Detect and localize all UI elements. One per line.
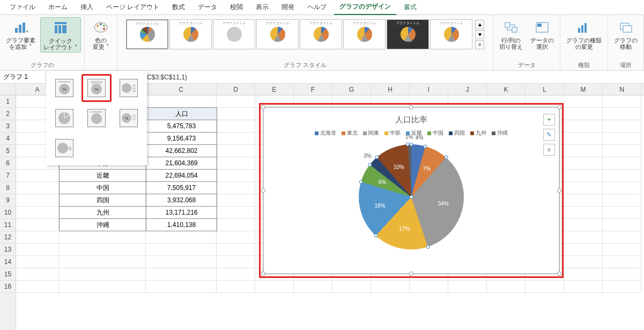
data-label[interactable]: 10% <box>394 164 404 170</box>
chart-style-gallery[interactable]: グラフ タイトル グラフ タイトル グラフ タイトル グラフ タイトル グラフ … <box>125 17 485 52</box>
col-header[interactable]: M <box>564 84 603 95</box>
cell-pop[interactable]: 22,694,054 <box>146 170 217 182</box>
data-label[interactable]: 34% <box>438 201 449 207</box>
tab-data[interactable]: データ <box>193 0 223 14</box>
row-header[interactable]: 14 <box>0 256 16 268</box>
chart-style-3[interactable]: グラフ タイトル <box>213 19 255 49</box>
resize-handle[interactable] <box>409 105 413 109</box>
tab-insert[interactable]: 挿入 <box>75 0 99 14</box>
chart-style-5[interactable]: グラフ タイトル <box>300 19 342 49</box>
resize-handle[interactable] <box>557 188 561 193</box>
row-header[interactable]: 6 <box>0 157 16 170</box>
resize-handle[interactable] <box>557 272 561 276</box>
data-label[interactable]: 18% <box>374 203 385 209</box>
cell-pop[interactable]: 1,410,138 <box>146 219 217 231</box>
data-label[interactable]: 1% <box>405 134 413 140</box>
tab-view[interactable]: 表示 <box>250 0 274 14</box>
change-chart-type-button[interactable]: グラフの種類 の変更 <box>564 17 604 52</box>
select-all-corner[interactable] <box>0 84 16 96</box>
legend-item[interactable]: 中国 <box>427 129 443 137</box>
chevron-down-icon[interactable]: ▾ <box>475 30 484 39</box>
layout-option-4[interactable] <box>49 104 79 132</box>
cell-pop[interactable]: 13,171,216 <box>146 207 217 219</box>
series-handle[interactable] <box>444 156 448 159</box>
tab-chart-design[interactable]: グラフのデザイン <box>334 0 396 15</box>
chevron-up-icon[interactable]: ▴ <box>475 20 484 29</box>
row-header[interactable]: 16 <box>0 281 16 293</box>
row-header[interactable]: 3 <box>0 120 16 133</box>
resize-handle[interactable] <box>261 272 265 276</box>
cell-pop[interactable]: 9,156,473 <box>146 133 217 145</box>
chart-filters-button[interactable]: ▿ <box>543 144 555 156</box>
more-styles-icon[interactable]: ≡ <box>475 40 484 49</box>
row-header[interactable]: 2 <box>0 108 16 120</box>
col-header[interactable]: N <box>603 84 641 95</box>
add-chart-element-button[interactable]: + グラフ要素 を追加 ˅ <box>3 17 38 52</box>
tab-home[interactable]: ホーム <box>43 0 73 14</box>
row-header[interactable]: 11 <box>0 219 16 231</box>
col-header[interactable]: D <box>217 84 255 95</box>
series-handle[interactable] <box>359 180 363 184</box>
row-header[interactable]: 9 <box>0 194 16 207</box>
layout-option-7[interactable] <box>49 134 79 162</box>
embedded-chart[interactable]: 人口比率 北海道東北関東中部近畿中国四国九州沖縄 4%7%34%17%18%6%… <box>263 107 560 274</box>
name-box[interactable]: グラフ 1 <box>0 71 46 83</box>
resize-handle[interactable] <box>261 188 265 193</box>
col-header[interactable]: C <box>146 84 217 95</box>
layout-option-1[interactable]: % <box>49 74 79 102</box>
cell-pop[interactable]: 42,662,802 <box>146 145 217 157</box>
data-label[interactable]: 4% <box>416 135 423 141</box>
series-handle[interactable] <box>426 245 430 249</box>
chart-elements-button[interactable]: + <box>543 114 555 126</box>
cell-pop[interactable]: 21,604,369 <box>146 157 217 170</box>
cell-region[interactable]: 四国 <box>60 194 146 207</box>
select-data-button[interactable]: データの 選択 <box>528 17 557 52</box>
tab-page-layout[interactable]: ページ レイアウト <box>101 0 165 14</box>
tab-format[interactable]: 書式 <box>398 0 422 14</box>
quick-layout-button[interactable]: クイック レイアウト ˅ <box>40 17 81 53</box>
pie-chart[interactable]: 4%7%34%17%18%6%3%10%1% <box>359 144 464 250</box>
legend-item[interactable]: 九州 <box>470 129 486 137</box>
chart-styles-button[interactable]: ✎ <box>543 129 555 141</box>
legend-item[interactable]: 中部 <box>384 129 401 137</box>
series-handle[interactable] <box>410 143 413 146</box>
row-header[interactable]: 12 <box>0 231 16 244</box>
gallery-scroll[interactable]: ▴ ▾ ≡ <box>473 19 484 49</box>
resize-handle[interactable] <box>409 272 413 276</box>
tab-file[interactable]: ファイル <box>4 0 41 14</box>
cell-region[interactable]: 中国 <box>60 182 146 194</box>
cell-region[interactable]: 九州 <box>60 207 146 219</box>
col-header[interactable]: I <box>410 84 448 95</box>
series-handle[interactable] <box>368 163 372 166</box>
col-header[interactable]: K <box>487 84 525 95</box>
data-label[interactable]: 3% <box>364 153 371 159</box>
data-label[interactable]: 7% <box>423 165 431 171</box>
chart-style-1[interactable]: グラフ タイトル <box>126 19 168 49</box>
row-header[interactable]: 5 <box>0 145 16 157</box>
col-header[interactable]: H <box>371 84 410 95</box>
resize-handle[interactable] <box>557 105 561 109</box>
col-header[interactable]: G <box>332 84 371 95</box>
chart-style-8[interactable]: グラフ タイトル <box>430 19 472 49</box>
legend-item[interactable]: 四国 <box>449 129 465 137</box>
row-header[interactable]: 15 <box>0 268 16 281</box>
move-chart-button[interactable]: グラフの 移動 <box>611 17 640 52</box>
legend-item[interactable]: 関東 <box>363 129 379 137</box>
tab-developer[interactable]: 開発 <box>276 0 300 14</box>
cell-region[interactable]: 沖縄 <box>60 219 146 231</box>
change-colors-button[interactable]: 色の 変更 ˅ <box>88 17 114 52</box>
chart-style-4[interactable]: グラフ タイトル <box>256 19 299 49</box>
switch-row-col-button[interactable]: 行/列の 切り替え <box>497 17 525 52</box>
row-header[interactable]: 4 <box>0 133 16 145</box>
legend-item[interactable]: 東北 <box>342 129 358 137</box>
col-header[interactable]: E <box>255 84 294 95</box>
legend-item[interactable]: 北海道 <box>315 129 336 137</box>
cell-region[interactable]: 近畿 <box>60 170 146 182</box>
layout-option-3[interactable] <box>114 74 144 102</box>
tab-help[interactable]: ヘルプ <box>302 0 332 14</box>
series-handle[interactable] <box>410 195 413 199</box>
legend-item[interactable]: 沖縄 <box>492 129 508 137</box>
data-label[interactable]: 17% <box>399 226 410 232</box>
col-header[interactable]: L <box>525 84 564 95</box>
row-header[interactable]: 1 <box>0 96 16 108</box>
